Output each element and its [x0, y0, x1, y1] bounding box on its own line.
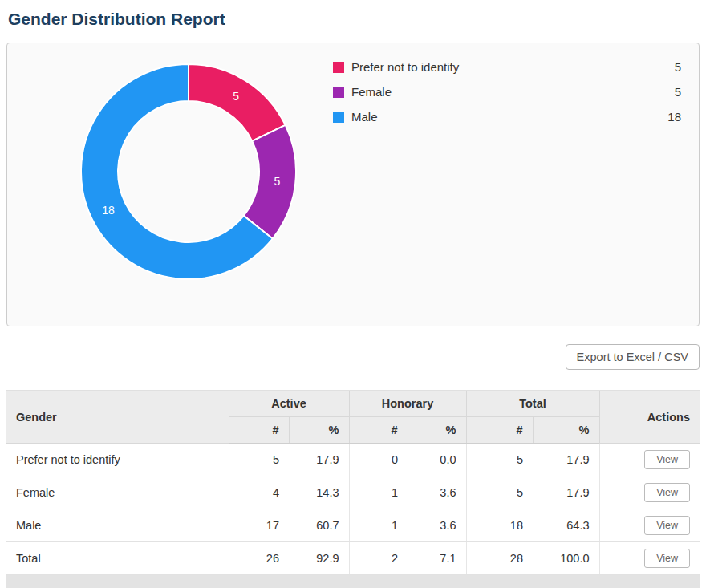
chart-legend: Prefer not to identify 5 Female 5 Male 1… — [325, 43, 699, 326]
legend-value: 5 — [675, 60, 681, 74]
table-row-total: Total 26 92.9 2 7.1 28 100.0 View — [6, 542, 700, 575]
actions-cell: View — [599, 509, 700, 542]
donut-data-label: 5 — [233, 90, 239, 103]
gender-table: Gender Active Honorary Total Actions # %… — [6, 390, 700, 575]
donut-data-label: 18 — [102, 204, 115, 217]
view-button[interactable]: View — [644, 516, 690, 535]
table-row: Female 4 14.3 1 3.6 5 17.9 View — [6, 476, 700, 509]
col-header-actions: Actions — [599, 391, 700, 444]
row-label: Total — [6, 542, 229, 575]
total-count-cell: 5 — [466, 476, 533, 509]
col-header-active: Active — [229, 391, 349, 417]
subheader-total-count: # — [466, 417, 533, 444]
legend-swatch-icon — [333, 62, 344, 73]
col-header-gender: Gender — [6, 391, 229, 444]
table-row: Prefer not to identify 5 17.9 0 0.0 5 17… — [6, 444, 700, 476]
view-button[interactable]: View — [644, 549, 690, 568]
total-percent-cell: 17.9 — [533, 476, 599, 509]
total-percent-cell: 100.0 — [533, 542, 599, 575]
total-count-cell: 5 — [466, 444, 533, 476]
honorary-count-cell: 1 — [349, 509, 408, 542]
legend-item: Prefer not to identify 5 — [333, 60, 681, 74]
legend-item: Male 18 — [333, 110, 681, 124]
legend-label: Male — [351, 110, 667, 124]
actions-cell: View — [599, 444, 700, 476]
total-percent-cell: 64.3 — [533, 509, 599, 542]
legend-label: Prefer not to identify — [351, 60, 675, 74]
total-percent-cell: 17.9 — [533, 444, 599, 476]
honorary-percent-cell: 3.6 — [408, 476, 466, 509]
subheader-honorary-percent: % — [408, 417, 466, 444]
honorary-percent-cell: 0.0 — [408, 444, 466, 476]
subheader-total-percent: % — [533, 417, 599, 444]
active-count-cell: 26 — [229, 542, 289, 575]
col-header-total: Total — [466, 391, 599, 417]
total-count-cell: 28 — [466, 542, 533, 575]
page-title: Gender Distribution Report — [8, 10, 700, 29]
legend-value: 18 — [667, 110, 681, 124]
active-percent-cell: 17.9 — [289, 444, 349, 476]
active-percent-cell: 92.9 — [289, 542, 349, 575]
honorary-count-cell: 0 — [349, 444, 408, 476]
honorary-percent-cell: 3.6 — [408, 509, 466, 542]
table-row: Male 17 60.7 1 3.6 18 64.3 View — [6, 509, 700, 542]
view-button[interactable]: View — [644, 450, 690, 469]
chart-panel: 5518 Prefer not to identify 5 Female 5 M… — [6, 43, 700, 326]
table-header-row: Gender Active Honorary Total Actions — [6, 391, 700, 417]
honorary-count-cell: 2 — [349, 542, 408, 575]
donut-chart: 5518 — [52, 45, 325, 314]
honorary-count-cell: 1 — [349, 476, 408, 509]
row-label: Female — [6, 476, 229, 509]
donut-data-label: 5 — [274, 175, 280, 188]
table-footer — [6, 575, 700, 588]
active-count-cell: 4 — [229, 476, 289, 509]
legend-swatch-icon — [333, 87, 344, 98]
actions-cell: View — [599, 476, 700, 509]
subheader-honorary-count: # — [349, 417, 408, 444]
total-count-cell: 18 — [466, 509, 533, 542]
donut-chart-area: 5518 — [7, 43, 325, 326]
subheader-active-percent: % — [289, 417, 349, 444]
legend-label: Female — [351, 85, 675, 99]
active-percent-cell: 60.7 — [289, 509, 349, 542]
actions-cell: View — [599, 542, 700, 575]
col-header-honorary: Honorary — [349, 391, 466, 417]
honorary-percent-cell: 7.1 — [408, 542, 466, 575]
view-button[interactable]: View — [644, 483, 690, 502]
legend-swatch-icon — [333, 112, 344, 123]
legend-item: Female 5 — [333, 85, 681, 99]
export-button[interactable]: Export to Excel / CSV — [566, 344, 700, 370]
export-row: Export to Excel / CSV — [6, 344, 700, 370]
row-label: Male — [6, 509, 229, 542]
active-count-cell: 17 — [229, 509, 289, 542]
subheader-active-count: # — [229, 417, 289, 444]
row-label: Prefer not to identify — [6, 444, 229, 476]
active-percent-cell: 14.3 — [289, 476, 349, 509]
legend-value: 5 — [675, 85, 681, 99]
active-count-cell: 5 — [229, 444, 289, 476]
